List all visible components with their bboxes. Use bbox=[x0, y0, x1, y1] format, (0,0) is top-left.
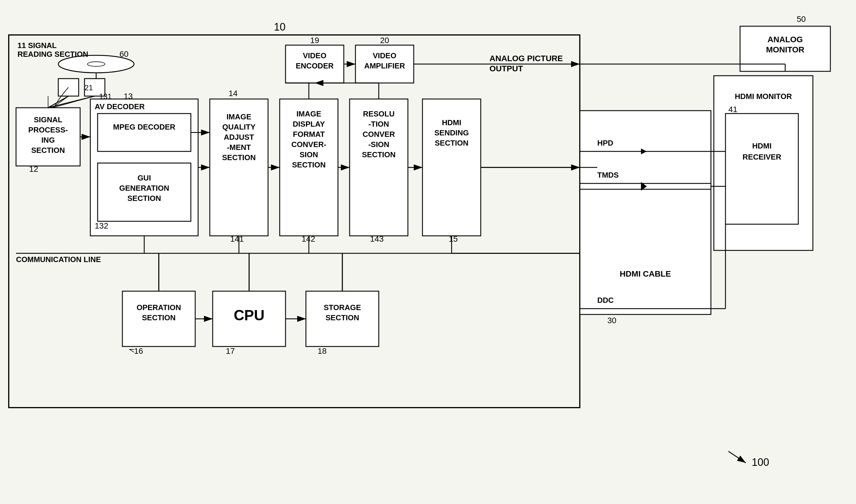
iq-text1: IMAGE bbox=[226, 112, 251, 121]
gui-text3: SECTION bbox=[127, 194, 161, 203]
res-text5: SECTION bbox=[362, 150, 396, 159]
analog-picture-output: ANALOG PICTURE bbox=[489, 54, 563, 63]
res-text2: -TION bbox=[369, 120, 389, 128]
tmds-label: TMDS bbox=[597, 170, 619, 179]
id-text6: SECTION bbox=[292, 160, 326, 169]
gui-id: 132 bbox=[95, 221, 108, 230]
id-text5: SION bbox=[299, 150, 318, 159]
st-text1: STORAGE bbox=[324, 303, 361, 312]
hs-text2: SENDING bbox=[434, 128, 469, 137]
diagram-container: 10 60 11 SIGNAL READING SECTION SIGNAL P… bbox=[0, 0, 856, 504]
iq-text5: SECTION bbox=[222, 153, 256, 162]
iq-id-top: 14 bbox=[228, 89, 238, 98]
gui-text1: GUI bbox=[138, 174, 151, 182]
op-id: 16 bbox=[134, 346, 143, 356]
signal-reading-label: 11 SIGNAL bbox=[17, 41, 56, 50]
ddc-label: DDC bbox=[597, 296, 614, 305]
hr-text1: HDMI bbox=[752, 142, 771, 150]
iq-text4: -MENT bbox=[227, 143, 251, 152]
diagram-number: 100 bbox=[752, 456, 769, 468]
label-21: 21 bbox=[85, 83, 93, 92]
id-text1: IMAGE bbox=[296, 109, 321, 118]
av-decoder-label: AV DECODER bbox=[95, 102, 145, 111]
av-decoder-id: 13 bbox=[124, 92, 133, 101]
op-text2: SECTION bbox=[142, 313, 176, 322]
am-text1: ANALOG bbox=[767, 35, 803, 44]
iq-text3: ADJUST bbox=[224, 133, 254, 142]
sp-text2: PROCESS- bbox=[28, 125, 68, 134]
hdmi-cable-label: HDMI CABLE bbox=[620, 269, 671, 278]
ve-text2: ENCODER bbox=[296, 61, 334, 70]
iq-id: 141 bbox=[230, 234, 244, 244]
hs-text1: HDMI bbox=[442, 118, 461, 127]
id-text4: CONVER- bbox=[291, 140, 326, 149]
gui-text2: GENERATION bbox=[119, 184, 169, 193]
mpeg-text1: MPEG DECODER bbox=[113, 123, 175, 131]
st-id: 18 bbox=[318, 346, 327, 356]
st-text2: SECTION bbox=[326, 313, 359, 322]
bracket-16 bbox=[130, 349, 134, 352]
sp-text1: SIGNAL bbox=[34, 115, 62, 124]
id-text3: FORMAT bbox=[293, 130, 325, 139]
signal-reading-label2: READING SECTION bbox=[17, 50, 88, 58]
hpd-label: HPD bbox=[597, 139, 613, 147]
id-text2: DISPLAY bbox=[293, 120, 325, 128]
am-text2: MONITOR bbox=[766, 45, 804, 54]
hdmi-cable-id: 30 bbox=[607, 316, 616, 325]
sp-id: 12 bbox=[29, 164, 38, 174]
hs-id: 15 bbox=[449, 234, 458, 244]
mpeg-decoder-box bbox=[98, 113, 191, 151]
res-id: 143 bbox=[370, 234, 384, 244]
hr-id: 41 bbox=[728, 105, 737, 114]
diagram-arrow bbox=[728, 451, 746, 463]
ve-text1: VIDEO bbox=[303, 51, 327, 60]
hdmi-receiver-box bbox=[726, 113, 798, 224]
va-id: 20 bbox=[380, 36, 389, 45]
id-id: 142 bbox=[301, 234, 315, 244]
va-text2: AMPLIFIER bbox=[364, 61, 405, 70]
res-text1: RESOLU bbox=[363, 109, 395, 118]
va-text1: VIDEO bbox=[373, 51, 397, 60]
op-text1: OPERATION bbox=[137, 303, 181, 312]
disk-inner bbox=[87, 62, 105, 66]
ve-id: 19 bbox=[310, 36, 319, 45]
cpu-id: 17 bbox=[226, 346, 235, 356]
iq-text2: QUALITY bbox=[222, 123, 256, 131]
analog-picture-output2: OUTPUT bbox=[489, 64, 523, 73]
disk-label: 60 bbox=[120, 50, 128, 58]
hm-text1: HDMI MONITOR bbox=[735, 92, 792, 101]
res-text4: -SION bbox=[368, 140, 389, 149]
sp-text3: ING bbox=[41, 136, 55, 144]
sp-text4: SECTION bbox=[31, 146, 65, 155]
comm-line-label: COMMUNICATION LINE bbox=[16, 255, 101, 264]
main-system-label: 10 bbox=[274, 21, 285, 33]
mpeg-id: 131 bbox=[99, 92, 111, 101]
cpu-text: CPU bbox=[234, 307, 265, 323]
hs-text3: SECTION bbox=[435, 139, 469, 147]
hr-text2: RECEIVER bbox=[743, 152, 782, 161]
am-id: 50 bbox=[797, 15, 806, 23]
res-text3: CONVER bbox=[363, 130, 395, 139]
